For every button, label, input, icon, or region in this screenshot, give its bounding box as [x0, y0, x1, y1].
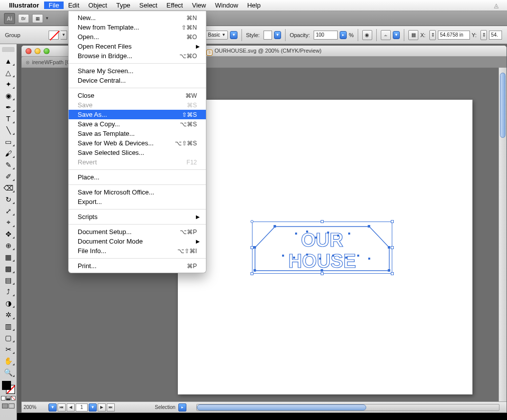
rotate-tool[interactable]: ↻ — [2, 193, 16, 205]
menu-item-close[interactable]: Close⌘W — [69, 91, 206, 100]
window-close-button[interactable] — [26, 48, 32, 54]
zoom-menu[interactable]: ▼ — [49, 403, 57, 411]
google-drive-icon[interactable]: ◬ — [494, 2, 503, 9]
gradient-tool[interactable]: ▤ — [2, 274, 16, 286]
zoom-tool[interactable]: 🔍 — [2, 366, 16, 378]
pen-tool[interactable]: ✒ — [2, 101, 16, 113]
menu-item-scripts[interactable]: Scripts▶ — [69, 212, 206, 222]
menu-item-save-a-copy[interactable]: Save a Copy...⌥⌘S — [69, 119, 206, 129]
last-artboard-button[interactable]: ⏭ — [107, 403, 115, 411]
next-artboard-button[interactable]: ▶ — [98, 403, 106, 411]
symbol-sprayer-tool[interactable]: ✲ — [2, 309, 16, 320]
menu-item-browse-in-bridge[interactable]: Browse in Bridge...⌥⌘O — [69, 51, 206, 61]
free-transform-tool[interactable]: ✥ — [2, 228, 16, 240]
shape-builder-tool[interactable]: ⊕ — [2, 240, 16, 251]
menu-item-new[interactable]: New...⌘N — [69, 13, 206, 23]
horizontal-scrollbar[interactable] — [196, 404, 499, 411]
transform-button[interactable]: ▦ — [408, 30, 418, 40]
line-tool[interactable]: ╲ — [2, 124, 16, 136]
menu-edit[interactable]: Edit — [64, 2, 84, 9]
type-tool[interactable]: T — [2, 113, 16, 124]
menu-item-place[interactable]: Place... — [69, 172, 206, 182]
selection-tool[interactable]: ▲ — [2, 55, 16, 67]
menu-item-save-selected-slices[interactable]: Save Selected Slices... — [69, 148, 206, 157]
eyedropper-tool[interactable]: ⤴ — [2, 286, 16, 297]
fill-stroke-colors[interactable] — [2, 381, 15, 394]
menu-window[interactable]: Window — [210, 2, 242, 9]
svg-rect-20 — [345, 257, 347, 259]
menu-view[interactable]: View — [187, 2, 210, 9]
menu-item-share-my-screen[interactable]: Share My Screen... — [69, 66, 206, 76]
close-tab-icon[interactable]: ⊗ — [26, 60, 30, 65]
menu-type[interactable]: Type — [112, 2, 135, 9]
mesh-tool[interactable]: ▩ — [2, 263, 16, 274]
zoom-level[interactable]: 200% — [22, 404, 49, 410]
magic-wand-tool[interactable]: ✦ — [2, 78, 16, 90]
paintbrush-tool[interactable]: 🖌 — [2, 147, 16, 159]
perspective-tool[interactable]: ▦ — [2, 251, 16, 263]
menu-item-document-color-mode[interactable]: Document Color Mode▶ — [69, 237, 206, 246]
menu-file[interactable]: File — [44, 2, 64, 9]
menu-item-label: Scripts — [78, 213, 197, 221]
fill-swatch[interactable] — [49, 31, 59, 40]
rectangle-tool[interactable]: ▭ — [2, 136, 16, 147]
brush-menu[interactable]: ▼ — [230, 31, 237, 39]
hand-tool[interactable]: ✋ — [2, 355, 16, 366]
style-menu[interactable]: ▼ — [274, 31, 282, 39]
menu-item-open-recent-files[interactable]: Open Recent Files▶ — [69, 42, 206, 51]
x-stepper[interactable]: ⇕ — [429, 30, 436, 40]
blend-tool[interactable]: ◑ — [2, 297, 16, 309]
selection-bounding-box[interactable]: OUR HOUSE — [252, 222, 392, 274]
y-stepper[interactable]: ⇕ — [480, 30, 487, 40]
x-input[interactable]: 54.6758 in — [438, 31, 469, 40]
menu-item-document-setup[interactable]: Document Setup...⌥⌘P — [69, 227, 206, 237]
scale-tool[interactable]: ⤢ — [2, 205, 16, 217]
menu-item-new-from-template[interactable]: New from Template...⇧⌘N — [69, 23, 206, 32]
fill-dropdown[interactable]: ▼ — [61, 31, 67, 40]
column-graph-tool[interactable]: ▥ — [2, 320, 16, 332]
menu-item-export[interactable]: Export... — [69, 197, 206, 206]
artboard-tool[interactable]: ▢ — [2, 332, 16, 343]
style-swatch[interactable] — [264, 31, 272, 40]
eraser-tool[interactable]: ⌫ — [2, 182, 16, 193]
align-menu[interactable]: ▼ — [393, 31, 400, 39]
screen-mode-row[interactable] — [2, 403, 15, 408]
artboard-menu[interactable]: ▼ — [89, 403, 97, 411]
pencil-tool[interactable]: ✎ — [2, 159, 16, 170]
menu-help[interactable]: Help — [242, 2, 265, 9]
align-button[interactable]: ⫠ — [381, 30, 391, 40]
menu-select[interactable]: Select — [135, 2, 162, 9]
opacity-input[interactable]: 100 — [314, 31, 337, 40]
menu-item-file-info[interactable]: File Info...⌥⇧⌘I — [69, 246, 206, 256]
window-minimize-button[interactable] — [35, 48, 41, 54]
menu-effect[interactable]: Effect — [162, 2, 187, 9]
menu-item-save-for-microsoft-office[interactable]: Save for Microsoft Office... — [69, 187, 206, 197]
window-zoom-button[interactable] — [44, 48, 50, 54]
brush-definition[interactable]: Basic▼ — [205, 31, 228, 40]
artboard-number[interactable]: 1 — [76, 403, 88, 411]
bridge-button[interactable]: Br — [18, 14, 29, 23]
color-mode-row[interactable] — [1, 396, 16, 400]
menu-item-open[interactable]: Open...⌘O — [69, 32, 206, 42]
lasso-tool[interactable]: ◉ — [2, 90, 16, 101]
menu-item-print[interactable]: Print...⌘P — [69, 261, 206, 271]
arrange-documents-button[interactable]: ▦ — [32, 14, 43, 23]
y-input[interactable]: 54. — [489, 31, 502, 40]
width-tool[interactable]: ⌖ — [2, 217, 16, 228]
blob-brush-tool[interactable]: ✐ — [2, 170, 16, 182]
status-menu[interactable]: ▸ — [178, 403, 186, 411]
direct-selection-tool[interactable]: △ — [2, 67, 16, 78]
first-artboard-button[interactable]: ⏮ — [58, 403, 66, 411]
prev-artboard-button[interactable]: ◀ — [67, 403, 75, 411]
opacity-menu[interactable]: ▸ — [340, 31, 347, 39]
menu-item-save-as[interactable]: Save As...⇧⌘S — [69, 110, 206, 119]
slice-tool[interactable]: ✂ — [2, 343, 16, 355]
menu-object[interactable]: Object — [84, 2, 112, 9]
menu-item-save-as-template[interactable]: Save as Template... — [69, 129, 206, 138]
recolor-artwork-button[interactable]: ◉ — [362, 30, 372, 40]
toolbox-grip[interactable] — [2, 47, 15, 52]
vertical-scrollbar[interactable] — [498, 68, 506, 401]
app-name[interactable]: Illustrator — [9, 2, 39, 9]
menu-item-save-for-web-devices[interactable]: Save for Web & Devices...⌥⇧⌘S — [69, 138, 206, 148]
menu-item-device-central[interactable]: Device Central... — [69, 76, 206, 85]
